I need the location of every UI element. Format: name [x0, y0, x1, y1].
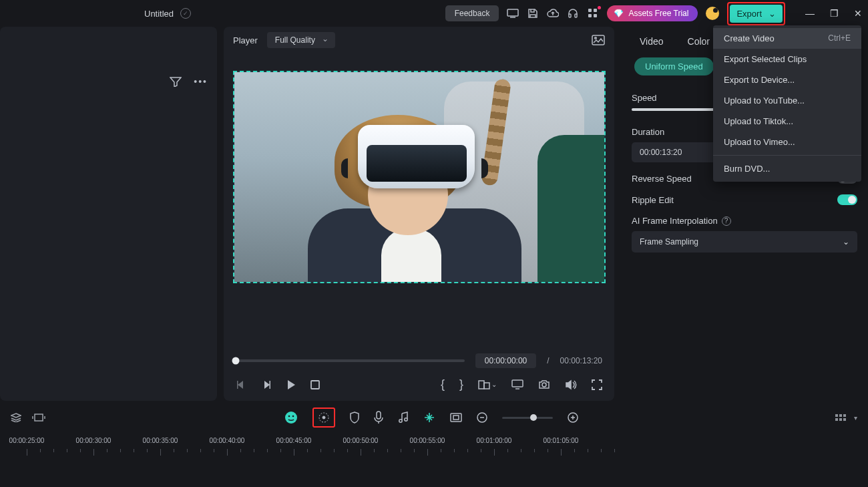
scrub-track[interactable]: [236, 359, 465, 362]
minimize-button[interactable]: —: [805, 8, 815, 19]
tab-video[interactable]: Video: [640, 36, 664, 47]
gem-icon: 💎: [614, 9, 624, 18]
svg-rect-3: [588, 9, 592, 12]
video-frame[interactable]: [233, 71, 606, 283]
scrub-thumb[interactable]: [232, 357, 240, 365]
menu-item-shortcut: Ctrl+E: [828, 33, 851, 43]
fullscreen-icon[interactable]: [592, 379, 602, 390]
crop-icon[interactable]: [450, 413, 462, 422]
save-icon[interactable]: [527, 7, 539, 19]
stop-icon[interactable]: [310, 380, 320, 389]
export-highlight: Export ⌄: [727, 2, 785, 25]
zoom-thumb[interactable]: [530, 414, 537, 421]
help-icon[interactable]: ?: [722, 216, 731, 226]
layers-icon[interactable]: [11, 413, 21, 422]
svg-rect-1: [569, 14, 571, 17]
assets-trial-button[interactable]: 💎 Assets Free Trial: [607, 5, 698, 21]
svg-point-21: [399, 420, 402, 422]
mark-out-icon[interactable]: }: [459, 377, 463, 391]
music-icon[interactable]: [398, 412, 409, 424]
prev-frame-icon[interactable]: [236, 379, 246, 390]
window-controls: — ❐ ✕: [805, 8, 863, 19]
camera-icon[interactable]: [538, 379, 550, 389]
shield-icon[interactable]: [350, 412, 359, 424]
headphones-icon[interactable]: [567, 7, 579, 19]
play-icon[interactable]: [286, 379, 296, 390]
keyframe-tool-highlight: [312, 408, 335, 428]
marker-icon[interactable]: [423, 412, 435, 424]
export-menu-burn-dvd[interactable]: Burn DVD...: [713, 158, 861, 179]
menu-item-label: Burn DVD...: [724, 164, 770, 174]
apps-icon[interactable]: [587, 7, 599, 19]
svg-rect-23: [451, 414, 461, 422]
menu-item-label: Upload to Tiktok...: [724, 116, 793, 126]
menu-item-label: Export to Device...: [724, 75, 795, 85]
view-grid-icon[interactable]: [835, 414, 846, 421]
export-menu-device[interactable]: Export to Device...: [713, 69, 861, 90]
timeline-toolbar: ▾: [0, 401, 868, 434]
reverse-label: Reverse Speed: [632, 174, 692, 184]
timeline-ruler[interactable]: 00:00:25:0000:00:30:0000:00:35:0000:00:4…: [7, 437, 861, 448]
speed-pill[interactable]: Uniform Speed: [634, 57, 714, 75]
zoom-slider[interactable]: [502, 417, 553, 419]
aspect-icon[interactable]: ⌄: [478, 380, 497, 389]
ruler-label: 00:00:45:00: [276, 437, 312, 444]
ruler-label: 00:00:55:00: [410, 437, 445, 444]
more-icon[interactable]: •••: [194, 76, 208, 87]
ai-interp-value: Frame Sampling: [640, 237, 698, 247]
chevron-down-icon: ⌄: [769, 9, 776, 19]
volume-icon[interactable]: [565, 379, 577, 390]
keyframe-tool-icon[interactable]: [318, 412, 330, 424]
cookie-icon[interactable]: [706, 7, 719, 20]
ai-interp-select[interactable]: Frame Sampling ⌄: [632, 231, 857, 253]
next-frame-icon[interactable]: [261, 379, 272, 390]
mic-icon[interactable]: [374, 411, 383, 424]
time-separator: /: [547, 356, 549, 365]
ai-interp-label: AI Frame Interpolation: [632, 216, 718, 226]
menu-item-label: Upload to YouTube...: [724, 96, 805, 106]
menu-item-label: Upload to Vimeo...: [724, 137, 795, 147]
export-menu-create-video[interactable]: Create Video Ctrl+E: [713, 28, 861, 49]
quality-dropdown[interactable]: Full Quality: [267, 32, 335, 48]
svg-rect-5: [588, 14, 592, 17]
timeline[interactable]: 00:00:25:0000:00:30:0000:00:35:0000:00:4…: [0, 434, 868, 482]
chevron-down-icon: ⌄: [843, 237, 849, 247]
video-content: [234, 72, 604, 282]
export-menu-selected-clips[interactable]: Export Selected Clips: [713, 49, 861, 69]
export-menu-youtube[interactable]: Upload to YouTube...: [713, 90, 861, 111]
svg-rect-11: [484, 383, 489, 389]
preview-area[interactable]: [224, 53, 614, 348]
display-icon[interactable]: [507, 7, 519, 19]
total-time: 00:00:13:20: [560, 356, 602, 365]
export-menu-vimeo[interactable]: Upload to Vimeo...: [713, 132, 861, 152]
close-button[interactable]: ✕: [853, 8, 863, 19]
preview-panel: Player Full Quality: [224, 27, 614, 401]
zoom-in-icon[interactable]: [568, 412, 578, 423]
ai-face-icon[interactable]: [284, 411, 298, 424]
svg-rect-10: [479, 381, 484, 389]
rect-icon[interactable]: [32, 414, 45, 422]
ruler-label: 00:00:35:00: [143, 437, 178, 444]
current-time: 00:00:00:00: [475, 353, 536, 368]
export-button[interactable]: Export ⌄: [730, 5, 783, 23]
svg-rect-12: [512, 380, 523, 387]
cloud-icon[interactable]: [547, 7, 559, 19]
timeline-ticks: [7, 449, 861, 462]
feedback-button[interactable]: Feedback: [445, 5, 499, 21]
zoom-out-icon[interactable]: [477, 412, 487, 423]
tab-color[interactable]: Color: [688, 36, 710, 47]
ruler-label: 00:00:30:00: [76, 437, 112, 444]
ripple-toggle[interactable]: [837, 194, 857, 205]
titlebar: Untitled Feedback 💎 Assets Free Trial Ex…: [0, 0, 868, 27]
monitor-icon[interactable]: [511, 379, 523, 389]
mark-in-icon[interactable]: {: [441, 377, 445, 391]
export-menu-tiktok[interactable]: Upload to Tiktok...: [713, 111, 861, 132]
maximize-button[interactable]: ❐: [829, 8, 839, 19]
view-menu-caret[interactable]: ▾: [854, 414, 857, 422]
ruler-label: 00:00:25:00: [9, 437, 45, 444]
menu-separator: [713, 155, 861, 156]
filter-icon[interactable]: [170, 76, 182, 87]
ruler-label: 00:01:05:00: [544, 437, 579, 444]
scrub-row: 00:00:00:00 / 00:00:13:20: [236, 353, 602, 368]
snapshot-icon[interactable]: [592, 35, 605, 45]
